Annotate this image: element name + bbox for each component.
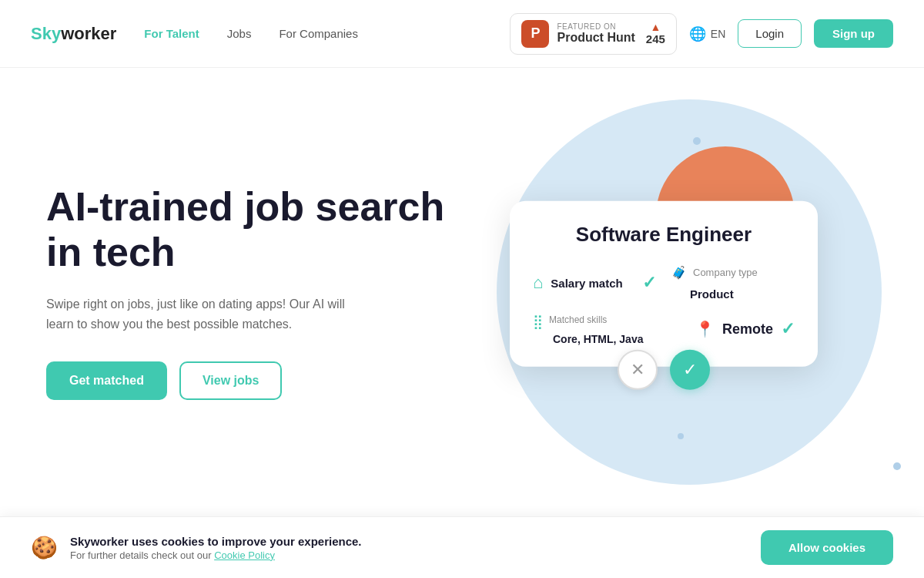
nav-left: Skyworker For Talent Jobs For Companies — [31, 24, 358, 44]
producthunt-icon: P — [521, 20, 549, 48]
globe-icon: 🌐 — [689, 25, 706, 42]
producthunt-featured-label: FEATURED ON — [557, 22, 634, 31]
producthunt-badge[interactable]: P FEATURED ON Product Hunt ▲ 245 — [510, 13, 676, 55]
decorative-dot — [893, 462, 901, 470]
job-card: Software Engineer ⌂ Salary match ✓ 🧳 Com… — [510, 201, 818, 367]
house-icon: ⌂ — [533, 273, 543, 293]
reject-button[interactable]: ✕ — [618, 350, 658, 390]
swipe-buttons: ✕ ✓ — [618, 350, 710, 390]
navbar: Skyworker For Talent Jobs For Companies … — [0, 0, 924, 68]
company-type-item: 🧳 Company type Product — [671, 265, 795, 301]
allow-cookies-button[interactable]: Allow cookies — [761, 530, 893, 565]
cookie-left: 🍪 Skyworker uses cookies to improve your… — [31, 535, 362, 561]
bag-icon: 🧳 — [671, 265, 687, 280]
job-card-title: Software Engineer — [533, 223, 795, 247]
company-type-value: Product — [690, 287, 734, 301]
hero-left: AI-trained job search in tech Swipe righ… — [46, 184, 447, 401]
cookie-bar: 🍪 Skyworker uses cookies to improve your… — [0, 516, 924, 578]
logo-worker: worker — [61, 24, 116, 44]
nav-right: P FEATURED ON Product Hunt ▲ 245 🌐 EN Lo… — [510, 13, 893, 55]
hero-subtitle: Swipe right on jobs, just like on dating… — [46, 294, 370, 334]
producthunt-count: 245 — [646, 32, 665, 45]
accept-button[interactable]: ✓ — [670, 350, 710, 390]
skills-label: Matched skills — [549, 314, 607, 325]
job-card-row2: ⣿ Matched skills Core, HTML, Java 📍 Remo… — [533, 313, 795, 345]
login-button[interactable]: Login — [738, 19, 802, 48]
skills-item: ⣿ Matched skills Core, HTML, Java — [533, 313, 656, 345]
remote-label: Remote — [722, 321, 773, 337]
signup-button[interactable]: Sign up — [814, 19, 893, 48]
get-matched-button[interactable]: Get matched — [46, 361, 167, 400]
company-type-label: Company type — [693, 267, 758, 278]
cookie-policy-link[interactable]: Cookie Policy — [214, 549, 275, 561]
producthunt-name: Product Hunt — [557, 31, 634, 45]
location-pin-icon: 📍 — [695, 320, 715, 338]
salary-check-icon: ✓ — [642, 273, 656, 293]
cookie-desc: For further details check out our Cookie… — [70, 549, 362, 561]
cookie-icon: 🍪 — [31, 535, 58, 560]
salary-match-label: Salary match — [551, 276, 622, 289]
skills-value: Core, HTML, Java — [553, 333, 656, 345]
remote-item: 📍 Remote ✓ — [671, 313, 795, 345]
cookie-text: Skyworker uses cookies to improve your e… — [70, 535, 362, 561]
producthunt-votes: ▲ 245 — [646, 22, 665, 45]
salary-match-item: ⌂ Salary match ✓ — [533, 265, 656, 301]
hero-section: AI-trained job search in tech Swipe righ… — [0, 68, 924, 516]
hero-title-line2: in tech — [46, 230, 176, 274]
hero-buttons: Get matched View jobs — [46, 361, 447, 400]
hero-title: AI-trained job search in tech — [46, 184, 447, 277]
hero-title-line1: AI-trained job search — [46, 184, 444, 229]
job-card-row1: ⌂ Salary match ✓ 🧳 Company type Product — [533, 265, 795, 301]
upvote-arrow-icon: ▲ — [650, 22, 661, 32]
decorative-dot — [678, 433, 684, 439]
logo-sky: Sky — [31, 24, 61, 44]
hero-right: Software Engineer ⌂ Salary match ✓ 🧳 Com… — [447, 68, 893, 516]
producthunt-text: FEATURED ON Product Hunt — [557, 22, 634, 45]
cookie-title: Skyworker uses cookies to improve your e… — [70, 535, 362, 548]
view-jobs-button[interactable]: View jobs — [179, 361, 283, 400]
nav-companies[interactable]: For Companies — [279, 27, 358, 40]
decorative-dot — [693, 137, 701, 145]
language-selector[interactable]: 🌐 EN — [689, 25, 725, 42]
language-label: EN — [711, 28, 725, 40]
logo: Skyworker — [31, 24, 116, 44]
nav-talent[interactable]: For Talent — [144, 27, 199, 40]
skills-icon: ⣿ — [533, 313, 543, 330]
nav-jobs[interactable]: Jobs — [227, 27, 252, 40]
remote-check-icon: ✓ — [781, 319, 795, 339]
